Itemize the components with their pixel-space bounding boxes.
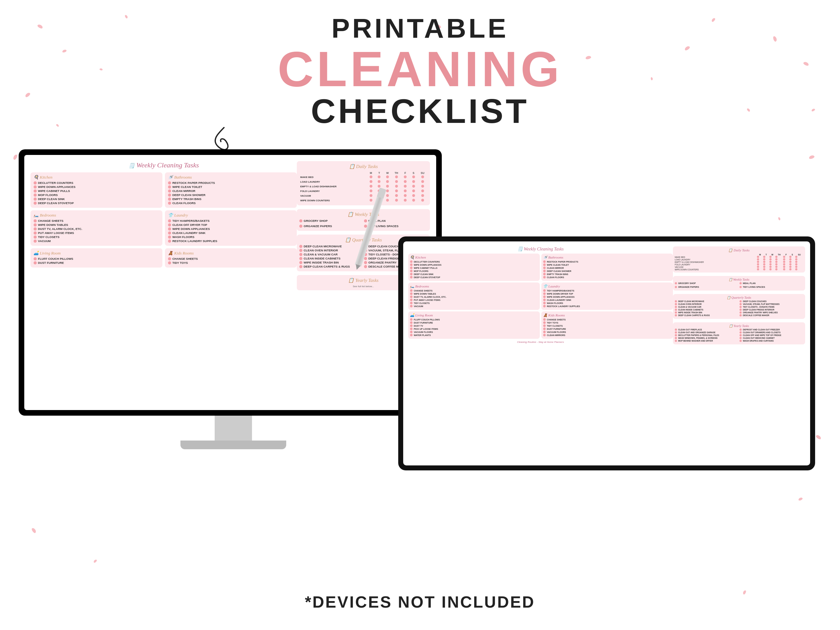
kids-rooms-items: CHANGE SHEETS TIDY TOYS [168, 257, 294, 264]
cleaning-text: CLEANING [0, 44, 840, 94]
tablet-weekly-cols: 🍳 Kitchen DECLUTTER COUNTERS WIPE DOWN A… [408, 254, 673, 339]
bedrooms-section: 🛏️ Bedrooms CHANGE SHEETS WIPE DOWN TABL… [30, 210, 163, 246]
laundry-title: 👕 Laundry [168, 213, 294, 218]
tablet-weekly-title: 🗒️ Weekly Cleaning Tasks [408, 246, 673, 252]
petal-decoration [93, 559, 97, 563]
tablet-kids: 🧸 Kids Rooms CHANGE SHEETS TIDY TOYS TID… [542, 311, 673, 339]
header: PRINTABLE CLEANING CHECKLIST [0, 13, 840, 128]
monitor-content: 🗒️ Weekly Cleaning Tasks 🍳 Kitchen DECLU… [24, 155, 436, 410]
petal-decoration [31, 527, 37, 534]
bathrooms-weekly-section: 🚿 Bathrooms RESTOCK PAPER PRODUCTS WIPE … [165, 172, 297, 208]
petal-decoration [808, 155, 815, 159]
tablet-right-col: 📋 Daily Tasks MTWTHFSSU MAKE BED LOAD LA… [673, 246, 805, 344]
petal-decoration [798, 497, 803, 501]
bathrooms-title: 🚿 Bathrooms [168, 175, 294, 180]
weekly-items: GROCERY SHOP MEAL PLAN ORGANIZE PAPERS T… [299, 219, 428, 228]
petal-decoration [778, 217, 781, 220]
monitor-stand-neck [215, 416, 252, 441]
tablet-living: 🛋️ Living Room FLUFF COUCH PILLOWS DUST … [408, 311, 540, 339]
footer-text: *DEVICES NOT INCLUDED [0, 593, 840, 611]
tablet-yearly: 📋 Yearly Tasks CLEAN OUT FIREPLACE CLEAN… [673, 322, 805, 344]
daily-table: MTWTHFSSU MAKE BED LOAD LAUNDRY EMPTY & … [299, 171, 428, 203]
tablet-kitchen: 🍳 Kitchen DECLUTTER COUNTERS WIPE DOWN A… [408, 254, 540, 281]
monitor-stand-base [180, 441, 286, 449]
tablet-daily-table: MTWTHFSSU MAKE BED LOAD LAUNDRY EMPTY & … [675, 254, 803, 271]
tablet-weekly-tasks: 📋 Weekly Tasks GROCERY SHOP MEAL PLAN OR… [673, 276, 805, 291]
kids-rooms-title: 🧸 Kids Rooms [168, 251, 294, 256]
weekly-columns: 🍳 Kitchen DECLUTTER COUNTERS WIPE DOWN A… [30, 172, 297, 268]
living-room-title: 🛋️ Living Room [33, 251, 159, 256]
tablet-weekly-section: 🗒️ Weekly Cleaning Tasks 🍳 Kitchen DECLU… [408, 246, 673, 344]
bedrooms-title: 🛏️ Bedrooms [33, 213, 159, 218]
tablet-checklist-document: 🗒️ Weekly Cleaning Tasks 🍳 Kitchen DECLU… [408, 246, 805, 344]
tablet-content: 🗒️ Weekly Cleaning Tasks 🍳 Kitchen DECLU… [403, 242, 810, 466]
laundry-section: 👕 Laundry TIDY HAMPERS/BASKETS CLEAN OFF… [165, 210, 297, 246]
weekly-tasks-title: 📋 Weekly Tasks [299, 212, 428, 217]
petal-decoration [13, 154, 18, 161]
weekly-section: 🗒️ Weekly Cleaning Tasks 🍳 Kitchen DECLU… [30, 161, 297, 290]
tablet-screen: 🗒️ Weekly Cleaning Tasks 🍳 Kitchen DECLU… [398, 237, 815, 471]
monitor-screen: 🗒️ Weekly Cleaning Tasks 🍳 Kitchen DECLU… [19, 149, 442, 416]
daily-title: 📋 Daily Tasks [299, 164, 428, 169]
kids-rooms-section: 🧸 Kids Rooms CHANGE SHEETS TIDY TOYS [165, 248, 297, 268]
kitchen-title: 🍳 Kitchen [33, 175, 159, 180]
laundry-items: TIDY HAMPERS/BASKETS CLEAN OFF DRYER TOP… [168, 219, 294, 243]
kitchen-items: DECLUTTER COUNTERS WIPE DOWN APPLIANCES … [33, 181, 159, 205]
tablet-device: 🗒️ Weekly Cleaning Tasks 🍳 Kitchen DECLU… [398, 237, 821, 471]
daily-tasks-section: 📋 Daily Tasks MTWTHFSSU [297, 161, 430, 205]
living-room-items: FLUFF COUCH PILLOWS DUST FURNITURE [33, 257, 159, 264]
printable-text: PRINTABLE [0, 13, 840, 44]
living-room-section: 🛋️ Living Room FLUFF COUCH PILLOWS DUST … [30, 248, 163, 268]
bathrooms-items: RESTOCK PAPER PRODUCTS WIPE CLEAN TOILET… [168, 181, 294, 205]
tablet-laundry: 👕 Laundry TIDY HAMPERS/BASKETS WIPE DOWN… [542, 283, 673, 310]
tablet-bedrooms: 🛏️ Bedrooms CHANGE SHEETS WIPE DOWN TABL… [408, 283, 540, 310]
kitchen-section: 🍳 Kitchen DECLUTTER COUNTERS WIPE DOWN A… [30, 172, 163, 208]
weekly-title: 🗒️ Weekly Cleaning Tasks [30, 161, 297, 169]
tablet-quarterly: 📋 Quarterly Tasks DEEP CLEAN MICROWAVE C… [673, 294, 805, 319]
tablet-daily: 📋 Daily Tasks MTWTHFSSU MAKE BED LOAD LA… [673, 246, 805, 273]
bedrooms-items: CHANGE SHEETS WIPE DOWN TABLES DUST TV, … [33, 219, 159, 243]
weekly-tasks-small: 📋 Weekly Tasks GROCERY SHOP MEAL PLAN OR… [297, 209, 430, 231]
tablet-credit: Cleaning Routine - Stay at Home Planners [408, 341, 673, 343]
tablet-bathrooms: 🚿 Bathrooms RESTOCK PAPER PRODUCTS WIPE … [542, 254, 673, 281]
checklist-text: CHECKLIST [0, 94, 840, 128]
